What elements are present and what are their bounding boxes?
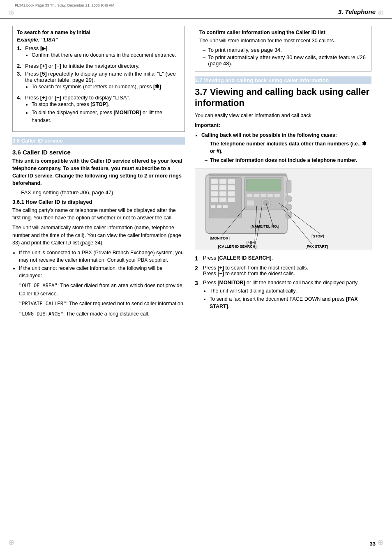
svg-rect-31: [209, 174, 286, 176]
confirm-dash-2-text: To print automatically after every 30 ne…: [208, 54, 367, 67]
step-1-text: Press [▶].: [25, 45, 49, 51]
svg-rect-23: [274, 193, 280, 197]
step-4-text: Press [+] or [−] repeatedly to display "…: [25, 94, 130, 101]
caller-id-bullet-2: If the unit cannot receive caller inform…: [19, 265, 185, 279]
caller-id-para-2: The unit will automatically store the ca…: [12, 224, 185, 246]
svg-rect-4: [228, 179, 235, 184]
stop-label: [STOP]: [311, 234, 324, 238]
svg-rect-18: [247, 179, 281, 191]
right-step-3-num: 3: [195, 280, 201, 313]
important-dash-2: – The caller information does not includ…: [201, 157, 371, 164]
how-caller-id-title: 3.6.1 How Caller ID is displayed: [12, 199, 185, 205]
content-area: To search for a name by initial Example:…: [0, 26, 392, 321]
svg-rect-19: [247, 193, 252, 197]
right-step-2-content: Press [+] to search from the most recent…: [203, 265, 308, 276]
step-4-content: Press [+] or [−] repeatedly to display "…: [25, 94, 180, 126]
long-distance: "LONG DISTANCE": The caller made a long …: [12, 310, 185, 318]
confirm-caller-title: To confirm caller information using the …: [199, 30, 367, 35]
corner-mark-tr: ⊕: [378, 8, 384, 17]
right-column: To confirm caller information using the …: [195, 26, 371, 321]
search-box-title: To search for a name by initial: [17, 30, 180, 35]
svg-rect-14: [211, 205, 216, 208]
caller-id-search-label: [CALLER ID SEARCH]: [218, 244, 257, 249]
step-3-bullet: To search for symbols (not letters or nu…: [32, 83, 180, 90]
confirm-dash-1-text: To print manually, see page 34.: [208, 47, 282, 53]
right-step-1-content: Press [CALLER ID SEARCH].: [203, 255, 273, 262]
step-4-num: 4.: [17, 94, 23, 126]
step-3: 3. Press [5] repeatedly to display any n…: [17, 71, 180, 93]
caller-id-dash-1-text: FAX ring setting (feature #06, page 47): [21, 189, 113, 196]
corner-mark-tl: ⊕: [8, 8, 14, 17]
step-1-content: Press [▶]. Confirm that there are no doc…: [25, 45, 180, 61]
right-step-3-content: Press [MONITOR] or lift the handset to c…: [203, 280, 371, 313]
svg-rect-27: [286, 180, 291, 193]
svg-point-29: [286, 204, 292, 210]
fax-start-label: [FAX START]: [305, 244, 328, 249]
caller-id-section-title: 3.6 Caller ID service: [12, 149, 185, 156]
viewing-section-title: 3.7 Viewing and calling back using calle…: [195, 87, 371, 108]
svg-rect-11: [211, 197, 218, 202]
svg-rect-24: [247, 200, 255, 206]
svg-rect-8: [211, 191, 218, 196]
viewing-section-label: 3.7 Viewing and calling back using calle…: [195, 77, 329, 83]
corner-mark-br: ⊕: [378, 538, 384, 547]
svg-rect-9: [219, 191, 227, 196]
monitor-label: [MONITOR]: [210, 236, 230, 240]
device-image: [MONITOR] [STOP] [+][−] [CALLER ID SEARC…: [195, 168, 371, 250]
step-2-content: Press [+] or [−] to initiate the navigat…: [25, 63, 180, 69]
svg-rect-6: [219, 185, 227, 190]
right-step-2: 2 Press [+] to search from the most rece…: [195, 265, 371, 276]
important-dash-2-text: The caller information does not include …: [210, 157, 357, 164]
caller-id-section-label: 3.6 Caller ID service: [12, 138, 63, 144]
page-footer: 33: [370, 541, 376, 547]
right-step-3-bullet-2: To send a fax, insert the document FACE …: [210, 295, 371, 310]
name-tel-label: [NAME/TEL NO.]: [251, 224, 279, 228]
private-caller: "PRIVATE CALLER": The caller requested n…: [12, 300, 185, 308]
svg-rect-5: [211, 185, 218, 190]
svg-point-28: [286, 196, 292, 202]
right-step-3: 3 Press [MONITOR] or lift the handset to…: [195, 280, 371, 313]
svg-rect-15: [217, 205, 222, 208]
confirm-dash-1: – To print manually, see page 34.: [199, 47, 367, 53]
search-by-initial-box: To search for a name by initial Example:…: [12, 26, 185, 132]
svg-rect-10: [228, 191, 235, 196]
out-of-area: "OUT OF AREA": The caller dialed from an…: [12, 282, 185, 297]
corner-mark-bl: ⊕: [8, 538, 14, 547]
caller-id-dash-1: – FAX ring setting (feature #06, page 47…: [12, 189, 185, 196]
svg-rect-22: [267, 193, 273, 197]
right-step-3-bullet-1: The unit will start dialing automaticall…: [210, 287, 371, 295]
step-4-bullet-2: To dial the displayed number, press [MON…: [32, 109, 180, 124]
step-1-num: 1.: [17, 45, 23, 61]
step-1-bullet: Confirm that there are no documents in t…: [32, 51, 180, 59]
important-bullet-1: Calling back will not be possible in the…: [201, 131, 371, 164]
confirm-dash-2: – To print automatically after every 30 …: [199, 54, 367, 67]
svg-rect-21: [261, 193, 266, 197]
caller-id-section-bar: 3.6 Caller ID service: [12, 137, 185, 145]
caller-id-bullet-1: If the unit is connected to a PBX (Priva…: [19, 249, 185, 264]
svg-rect-12: [219, 197, 227, 202]
step-2: 2. Press [+] or [−] to initiate the navi…: [17, 63, 180, 69]
step-2-text: Press [+] or [−] to initiate the navigat…: [25, 63, 140, 69]
important-label: Important:: [195, 122, 371, 129]
left-column: To search for a name by initial Example:…: [12, 26, 185, 321]
important-dash-1: – The telephone number includes data oth…: [201, 140, 371, 155]
step-2-num: 2.: [17, 63, 23, 69]
svg-rect-3: [219, 179, 227, 184]
page-header: 3. Telephone: [0, 8, 392, 19]
important-dash-1-text: The telephone number includes data other…: [210, 140, 371, 155]
confirm-caller-text: The unit will store information for the …: [199, 37, 367, 44]
right-step-2-num: 2: [195, 265, 201, 276]
svg-rect-7: [228, 185, 235, 190]
step-1: 1. Press [▶]. Confirm that there are no …: [17, 45, 180, 61]
right-step-1-num: 1: [195, 255, 201, 262]
svg-rect-13: [228, 197, 235, 202]
page-container: FL341.book Page 33 Thursday, December 21…: [0, 0, 392, 555]
svg-rect-2: [211, 179, 218, 184]
step-3-num: 3.: [17, 71, 23, 93]
dash-symbol: –: [16, 189, 18, 196]
step-4: 4. Press [+] or [−] repeatedly to displa…: [17, 94, 180, 126]
viewing-section-bar: 3.7 Viewing and calling back using calle…: [195, 76, 371, 84]
confirm-caller-box: To confirm caller information using the …: [195, 26, 371, 71]
file-info: FL341.book Page 33 Thursday, December 21…: [15, 3, 114, 7]
search-box-subtitle: Example: "LISA": [17, 37, 180, 43]
